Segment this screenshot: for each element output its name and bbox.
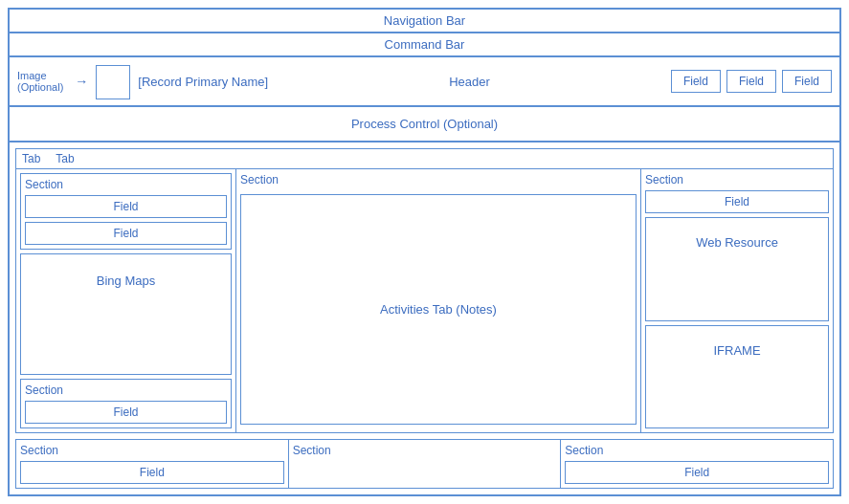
navigation-bar-label: Navigation Bar [384, 13, 465, 28]
record-primary-name: [Record Primary Name] [138, 75, 268, 89]
bottom-section-2-label: Section [293, 444, 557, 457]
left-column: Section Field Field Bing Maps Section Fi… [16, 169, 236, 432]
header-field-1: Field [671, 70, 721, 93]
bottom-section-1-label: Section [20, 444, 284, 457]
image-box [96, 65, 130, 99]
middle-column: Section Activities Tab (Notes) [236, 169, 641, 432]
header-field-2: Field [726, 70, 776, 93]
iframe: IFRAME [645, 325, 829, 429]
header-field-3: Field [782, 70, 832, 93]
right-column: Section Field Web Resource IFRAME [641, 169, 833, 432]
header-fields: Field Field Field [671, 70, 832, 93]
section-block-1: Section Field Field [20, 173, 232, 250]
section-2-field-1: Field [25, 401, 227, 424]
middle-section-label: Section [240, 173, 637, 186]
command-bar-label: Command Bar [385, 37, 465, 52]
tab-2[interactable]: Tab [56, 152, 74, 165]
process-control: Process Control (Optional) [10, 107, 839, 142]
activities-tab: Activities Tab (Notes) [240, 194, 637, 425]
bing-maps: Bing Maps [20, 253, 232, 375]
section-1-field-1: Field [25, 195, 227, 218]
navigation-bar: Navigation Bar [10, 10, 839, 33]
bottom-field-3: Field [565, 461, 829, 484]
command-bar: Command Bar [10, 33, 839, 57]
web-resource: Web Resource [645, 217, 829, 321]
main-content: Tab Tab Section Field Field Bing Maps Se… [10, 142, 839, 494]
right-section-label: Section [645, 173, 829, 186]
tab-1[interactable]: Tab [22, 152, 40, 165]
process-control-label: Process Control (Optional) [351, 117, 498, 131]
bottom-section-3-label: Section [565, 444, 829, 457]
section-2-label: Section [25, 383, 227, 397]
right-section-field: Field [645, 190, 829, 213]
form-layout: Navigation Bar Command Bar Image (Option… [8, 8, 841, 496]
bottom-col-2: Section [289, 440, 562, 488]
header-label: Header [276, 75, 663, 89]
bottom-field-1: Field [20, 461, 284, 484]
tabs-area: Tab Tab Section Field Field Bing Maps Se… [15, 148, 834, 433]
tab-content: Section Field Field Bing Maps Section Fi… [16, 169, 833, 432]
header-row: Image (Optional) → [Record Primary Name]… [10, 57, 839, 107]
bottom-col-3: Section Field [561, 440, 833, 488]
section-block-2: Section Field [20, 379, 232, 428]
bottom-col-1: Section Field [16, 440, 289, 488]
bottom-sections: Section Field Section Section Field [15, 439, 834, 489]
section-1-field-2: Field [25, 222, 227, 245]
arrow-icon: → [75, 74, 88, 89]
image-optional-label: Image (Optional) [17, 70, 63, 93]
section-1-label: Section [25, 178, 227, 191]
tab-labels: Tab Tab [16, 149, 833, 169]
